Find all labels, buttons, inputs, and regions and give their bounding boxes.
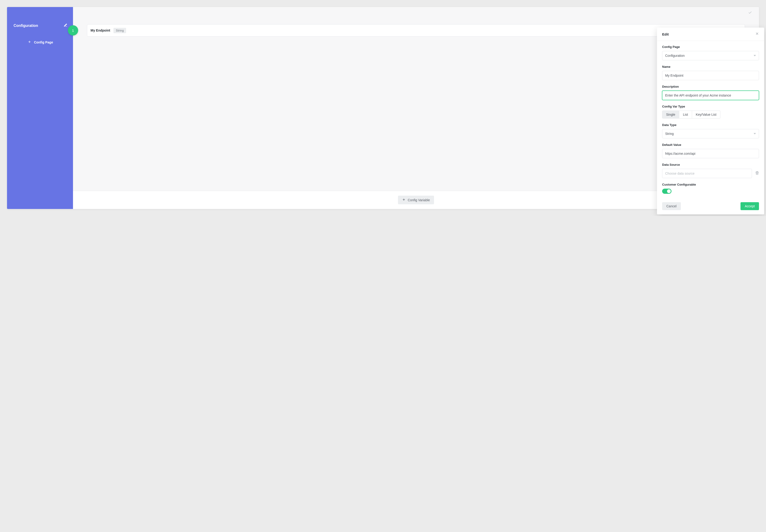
- sidebar: Configuration 1 Config Page: [7, 7, 73, 209]
- panel-title: Edit: [662, 32, 669, 36]
- config-var-type-label: Config Var Type: [662, 105, 759, 108]
- customer-configurable-toggle[interactable]: [662, 189, 672, 194]
- variable-type-chip: String: [113, 28, 126, 33]
- close-icon[interactable]: [755, 32, 759, 36]
- trash-icon[interactable]: [755, 171, 759, 176]
- edit-icon[interactable]: [64, 23, 67, 28]
- sidebar-title-row: Configuration: [14, 23, 67, 28]
- add-config-page-label: Config Page: [34, 40, 53, 44]
- data-type-select[interactable]: String: [662, 129, 759, 138]
- add-config-page-button[interactable]: Config Page: [14, 40, 67, 44]
- toggle-knob: [667, 189, 671, 193]
- config-page-select[interactable]: Configuration: [662, 51, 759, 60]
- app-frame: Configuration 1 Config Page My Endpoint …: [7, 7, 759, 209]
- customer-configurable-label: Customer Configurable: [662, 183, 759, 186]
- add-config-variable-button[interactable]: Config Variable: [398, 196, 434, 204]
- panel-header: Edit: [657, 28, 764, 41]
- panel-body: Config Page Configuration Name Descripti…: [657, 41, 764, 198]
- panel-footer: Cancel Accept: [657, 198, 764, 214]
- plus-icon: [28, 40, 31, 44]
- bottom-bar: Config Variable: [73, 191, 759, 209]
- description-input[interactable]: [662, 91, 759, 100]
- data-source-input[interactable]: [662, 169, 752, 178]
- accept-button[interactable]: Accept: [741, 202, 759, 210]
- sidebar-title: Configuration: [14, 24, 38, 28]
- add-config-variable-label: Config Variable: [408, 198, 430, 202]
- name-input[interactable]: [662, 71, 759, 80]
- data-source-label: Data Source: [662, 163, 759, 166]
- variable-row[interactable]: My Endpoint String: [87, 24, 745, 36]
- plus-icon: [402, 198, 405, 202]
- cancel-button[interactable]: Cancel: [662, 202, 681, 210]
- default-value-label: Default Value: [662, 143, 759, 147]
- var-type-kv-button[interactable]: Key/Value List: [692, 111, 720, 119]
- edit-panel: Edit Config Page Configuration Name: [657, 28, 764, 214]
- config-page-value: Configuration: [665, 54, 685, 58]
- check-icon[interactable]: [748, 11, 752, 15]
- data-type-value: String: [665, 132, 674, 136]
- main-area: My Endpoint String Config Variable: [73, 7, 759, 209]
- var-type-list-button[interactable]: List: [679, 111, 692, 119]
- config-var-type-group: Single List Key/Value List: [662, 111, 759, 119]
- description-label: Description: [662, 85, 759, 88]
- var-type-single-button[interactable]: Single: [662, 111, 679, 119]
- variable-name: My Endpoint: [90, 29, 110, 32]
- name-label: Name: [662, 65, 759, 68]
- config-page-label: Config Page: [662, 45, 759, 49]
- data-type-label: Data Type: [662, 123, 759, 127]
- default-value-input[interactable]: [662, 149, 759, 158]
- chevron-down-icon: [754, 132, 756, 136]
- chevron-down-icon: [754, 54, 756, 58]
- variable-list: My Endpoint String: [73, 7, 759, 191]
